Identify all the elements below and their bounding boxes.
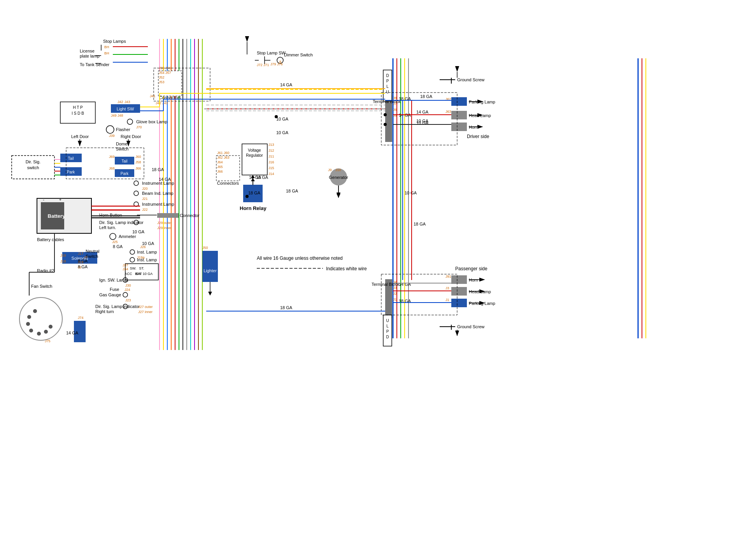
svg-text:J70: J70 <box>136 125 142 129</box>
svg-text:Fuse: Fuse <box>110 287 119 292</box>
svg-text:Connector: Connector <box>180 213 200 218</box>
svg-text:D: D <box>386 335 389 339</box>
svg-text:H  T  P: H T P <box>73 105 83 110</box>
svg-text:J37: J37 <box>123 263 128 267</box>
svg-rect-221 <box>451 275 467 284</box>
svg-text:J13: J13 <box>268 143 274 147</box>
svg-text:ST.: ST. <box>139 266 144 270</box>
svg-text:J39: J39 <box>109 134 115 138</box>
svg-text:Horn Relay: Horn Relay <box>240 205 267 211</box>
svg-text:J5: J5 <box>393 114 397 117</box>
diagram-svg: Battery - + Battery cables Solenoid J19 … <box>0 0 747 560</box>
svg-point-121 <box>33 309 37 313</box>
svg-text:BAT 10 GA: BAT 10 GA <box>135 272 153 276</box>
svg-text:All wire 16 Gauge unless other: All wire 16 Gauge unless otherwise noted <box>257 256 343 261</box>
svg-text:Fan Switch: Fan Switch <box>31 284 52 289</box>
svg-text:J16: J16 <box>78 260 84 264</box>
svg-text:J16: J16 <box>268 160 274 164</box>
svg-text:J17: J17 <box>78 252 84 256</box>
svg-text:L: L <box>386 324 389 328</box>
svg-text:J91: J91 <box>445 275 451 278</box>
svg-text:J21: J21 <box>142 197 148 201</box>
svg-text:Horn Button: Horn Button <box>99 213 122 217</box>
svg-text:J24: J24 <box>124 288 130 292</box>
svg-text:J7: J7 <box>393 102 397 106</box>
svg-text:J22: J22 <box>142 208 148 212</box>
svg-text:J64: J64 <box>217 160 223 164</box>
svg-text:J7: J7 <box>84 256 88 259</box>
svg-text:plate lamp: plate lamp <box>80 54 100 58</box>
svg-text:18 GA: 18 GA <box>414 222 426 226</box>
svg-text:8 GA: 8 GA <box>113 244 123 249</box>
svg-text:14 GA: 14 GA <box>399 282 411 287</box>
svg-text:Voltage: Voltage <box>248 148 261 152</box>
svg-text:Lighter: Lighter <box>203 268 217 273</box>
svg-rect-199 <box>451 111 467 119</box>
svg-text:P: P <box>386 329 389 334</box>
svg-text:Light SW: Light SW <box>117 107 134 111</box>
svg-text:Flasher: Flasher <box>116 127 130 132</box>
svg-text:J72   J71: J72 J71 <box>257 63 269 67</box>
svg-text:Horn: Horn <box>469 278 478 282</box>
svg-rect-202 <box>451 122 467 131</box>
svg-text:To Tank Sender: To Tank Sender <box>80 62 110 67</box>
svg-text:10 GA: 10 GA <box>276 117 289 121</box>
svg-text:Right Door: Right Door <box>121 134 141 139</box>
svg-point-120 <box>19 298 62 340</box>
svg-text:J58: J58 <box>135 160 141 164</box>
svg-text:J9: J9 <box>328 168 332 172</box>
svg-text:J75: J75 <box>45 339 51 343</box>
svg-rect-196 <box>451 97 467 106</box>
svg-text:Tail: Tail <box>121 159 127 163</box>
svg-text:J1: J1 <box>393 298 397 301</box>
svg-point-124 <box>29 329 33 332</box>
svg-text:Battery: Battery <box>48 213 66 219</box>
svg-text:J2: J2 <box>393 292 397 296</box>
svg-text:J68: J68 <box>109 166 115 170</box>
svg-text:10 GA: 10 GA <box>132 229 145 234</box>
svg-text:Glove box Lamp: Glove box Lamp <box>136 119 167 124</box>
svg-text:Dir. Sig. Lamp indicator: Dir. Sig. Lamp indicator <box>95 304 140 309</box>
svg-text:Ground Screw: Ground Screw <box>457 77 484 82</box>
svg-text:Head Lamp: Head Lamp <box>469 113 491 118</box>
svg-point-292 <box>275 115 278 118</box>
svg-text:Passenger side: Passenger side <box>455 266 487 271</box>
svg-text:J53: J53 <box>159 80 165 84</box>
svg-text:Stop Lamp SW: Stop Lamp SW <box>257 51 286 55</box>
svg-text:Dimmer Switch: Dimmer Switch <box>284 52 313 57</box>
svg-text:I  S  D    B: I S D B <box>72 111 84 116</box>
svg-point-127 <box>49 325 53 329</box>
svg-text:J69: J69 <box>109 155 115 159</box>
svg-text:J30: J30 <box>125 284 131 287</box>
svg-text:Head Lamp: Head Lamp <box>469 289 491 294</box>
svg-text:Ground Screw: Ground Screw <box>457 324 484 329</box>
svg-text:J42 J43: J42 J43 <box>156 101 168 105</box>
svg-text:J34: J34 <box>123 267 128 271</box>
svg-text:Park: Park <box>67 170 75 174</box>
svg-point-125 <box>37 332 41 336</box>
svg-text:ACC: ACC <box>124 272 132 276</box>
svg-text:18 GA: 18 GA <box>280 305 293 310</box>
svg-text:J49 J48: J49 J48 <box>111 114 123 117</box>
svg-text:Regulator: Regulator <box>246 153 263 158</box>
svg-text:Left Door: Left Door <box>71 134 89 139</box>
svg-text:J27 inner: J27 inner <box>138 310 153 314</box>
svg-text:10 GA: 10 GA <box>405 191 417 195</box>
svg-text:J66: J66 <box>217 170 223 173</box>
svg-text:Connectors: Connectors <box>217 181 239 186</box>
svg-text:+: + <box>59 197 61 202</box>
svg-text:18 GA: 18 GA <box>248 191 261 195</box>
svg-text:J3: J3 <box>393 286 397 290</box>
svg-text:J66: J66 <box>135 166 141 170</box>
svg-text:L: L <box>386 84 389 89</box>
svg-text:U: U <box>386 90 389 94</box>
svg-text:Left turn.: Left turn. <box>99 225 116 230</box>
svg-rect-132 <box>202 251 218 282</box>
svg-text:J1: J1 <box>78 265 82 269</box>
svg-text:U: U <box>386 318 389 323</box>
svg-text:14 GA: 14 GA <box>280 82 293 87</box>
svg-text:Beam Ind. Lamp: Beam Ind. Lamp <box>142 191 174 196</box>
svg-text:J8: J8 <box>393 96 397 100</box>
svg-text:J19: J19 <box>60 254 66 257</box>
svg-point-126 <box>44 330 48 334</box>
